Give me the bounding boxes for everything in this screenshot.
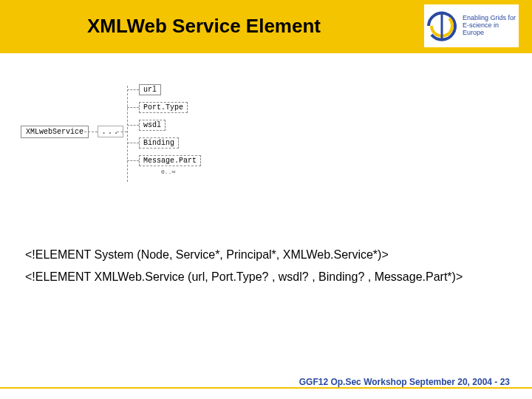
schema-diagram: XMLwebService ... url Port.Type wsdl Bin…: [21, 81, 257, 200]
child-element: Port.Type: [139, 102, 188, 113]
dtd-line: <!ELEMENT System (Node, Service*, Princi…: [25, 244, 463, 266]
egee-logo-icon: [424, 8, 460, 44]
child-element: wsdl: [139, 120, 166, 131]
child-element: Binding: [139, 137, 179, 149]
connector-line: [127, 125, 139, 126]
header: XMLWeb Service Element Enabling Grids fo…: [0, 0, 532, 53]
logo: Enabling Grids for E-science in Europe: [424, 4, 519, 47]
page-number: 23: [500, 377, 510, 387]
dtd-line: <!ELEMENT XMLWeb.Service (url, Port.Type…: [25, 266, 463, 288]
child-element: url: [139, 84, 161, 95]
dtd-block: <!ELEMENT System (Node, Service*, Princi…: [25, 244, 463, 289]
logo-tagline: Enabling Grids for E-science in Europe: [463, 15, 519, 37]
connector-line: [84, 132, 98, 132]
connector-line: [127, 107, 139, 108]
connector-line: [127, 143, 139, 143]
connector-line: [117, 132, 127, 132]
footer: GGF12 Op.Sec Workshop September 20, 2004…: [0, 377, 532, 387]
connector-line: [127, 86, 128, 182]
connector-line: [127, 160, 139, 161]
root-element: XMLwebService: [21, 126, 89, 138]
footer-rule: [0, 387, 532, 389]
logo-tagline-line2: E-science in Europe: [463, 22, 519, 37]
connector-line: [127, 89, 139, 90]
cardinality-label: 0..∞: [161, 168, 175, 175]
slide-title: XMLWeb Service Element: [87, 15, 321, 38]
footer-text: GGF12 Op.Sec Workshop September 20, 2004…: [299, 377, 500, 387]
child-element: Message.Part: [139, 155, 201, 166]
